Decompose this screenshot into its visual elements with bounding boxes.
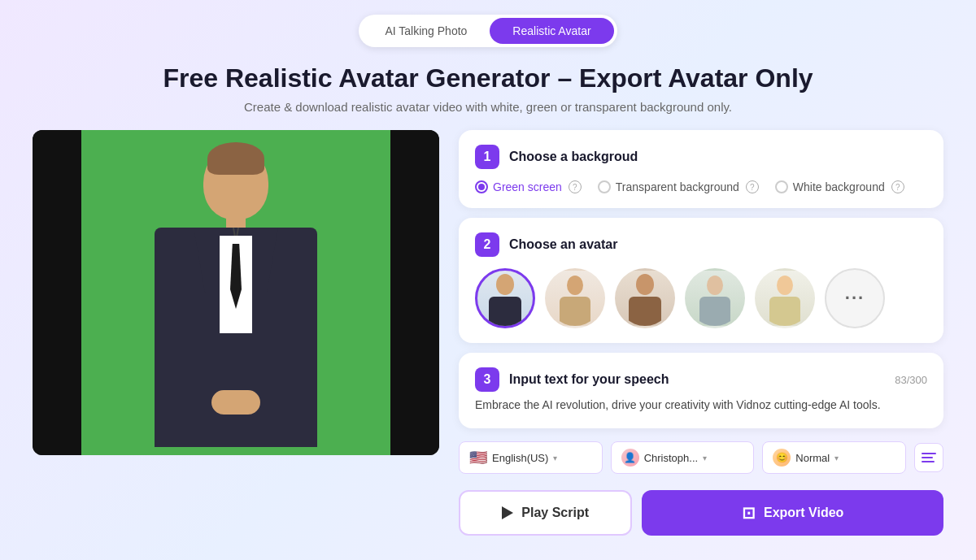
step2-title: Choose an avatar	[509, 237, 617, 252]
step2-card: 2 Choose an avatar	[459, 218, 943, 343]
voice-chevron: ▾	[703, 454, 707, 462]
voice-name-label: Christoph...	[644, 452, 698, 464]
radio-white	[775, 180, 788, 193]
speech-text: Embrace the AI revolution, drive your cr…	[475, 397, 927, 414]
hero-section: Free Realistic Avatar Generator – Export…	[0, 55, 976, 130]
action-buttons: Play Script ⊡ Export Video	[459, 490, 943, 536]
avatar-option-4[interactable]	[685, 268, 745, 328]
avatar-option-3[interactable]	[615, 268, 675, 328]
export-icon: ⊡	[742, 503, 756, 523]
step3-title: Input text for your speech	[509, 372, 669, 387]
menu-line-2	[922, 457, 933, 458]
menu-line-1	[922, 453, 936, 454]
speed-chevron: ▾	[834, 454, 839, 462]
avatar-hair	[207, 142, 264, 175]
export-video-button[interactable]: ⊡ Export Video	[642, 490, 943, 536]
bg-option-white[interactable]: White background ?	[775, 180, 904, 193]
play-icon	[502, 506, 513, 519]
speed-dropdown[interactable]: 😊 Normal ▾	[762, 441, 906, 474]
bg-option-green[interactable]: Green screen ?	[475, 180, 582, 193]
char-count: 83/300	[895, 374, 927, 386]
main-content: 1 Choose a backgroud Green screen ? Tran…	[0, 130, 976, 536]
step1-card: 1 Choose a backgroud Green screen ? Tran…	[459, 130, 943, 208]
language-dropdown[interactable]: 🇺🇸 English(US) ▾	[459, 441, 603, 474]
avatar-preview	[138, 146, 333, 455]
avatar-hands	[211, 390, 260, 415]
voice-dropdown[interactable]: 👤 Christoph... ▾	[611, 441, 755, 474]
avatar-head	[203, 146, 268, 219]
speed-label: Normal	[795, 452, 830, 464]
step1-header: 1 Choose a backgroud	[475, 145, 927, 169]
step3-card: 3 Input text for your speech 83/300 Embr…	[459, 353, 943, 428]
avatar-shirt	[220, 236, 252, 333]
bg-transparent-label: Transparent background	[616, 180, 739, 193]
right-panel: 1 Choose a backgroud Green screen ? Tran…	[459, 130, 943, 536]
menu-line-3	[922, 461, 935, 462]
step1-title: Choose a backgroud	[509, 150, 638, 164]
step3-badge: 3	[475, 367, 499, 392]
black-left-bar	[33, 130, 81, 455]
speed-icon: 😊	[773, 449, 791, 467]
play-script-button[interactable]: Play Script	[459, 490, 632, 536]
avatar-option-2[interactable]	[545, 268, 605, 328]
step3-header: 3 Input text for your speech 83/300	[475, 367, 927, 392]
top-navigation: AI Talking Photo Realistic Avatar	[0, 0, 976, 55]
avatar-option-5[interactable]	[755, 268, 815, 328]
flag-icon: 🇺🇸	[469, 449, 487, 467]
video-preview	[33, 130, 439, 455]
more-dots-label: ···	[845, 288, 865, 309]
language-chevron: ▾	[553, 454, 557, 462]
step1-badge: 1	[475, 145, 499, 169]
menu-lines-button[interactable]	[914, 443, 943, 472]
radio-transparent	[598, 180, 611, 193]
avatar-tie	[230, 244, 242, 309]
page-title: Free Realistic Avatar Generator – Export…	[0, 63, 976, 93]
avatar-suit	[155, 228, 317, 447]
tab-switcher: AI Talking Photo Realistic Avatar	[359, 15, 617, 47]
hero-subtitle: Create & download realistic avatar video…	[0, 100, 976, 114]
step2-header: 2 Choose an avatar	[475, 232, 927, 257]
tab-realistic-avatar[interactable]: Realistic Avatar	[490, 18, 613, 44]
radio-green	[475, 180, 488, 193]
bg-green-label: Green screen	[493, 180, 562, 193]
export-label: Export Video	[764, 506, 843, 520]
black-right-bar	[390, 130, 439, 455]
bottom-controls: 🇺🇸 English(US) ▾ 👤 Christoph... ▾ 😊 Norm…	[459, 441, 943, 474]
play-script-label: Play Script	[521, 506, 589, 520]
background-options: Green screen ? Transparent background ? …	[475, 180, 927, 193]
avatar-list: ···	[475, 268, 927, 328]
avatar-more-button[interactable]: ···	[825, 268, 885, 328]
avatar-option-1[interactable]	[475, 268, 535, 328]
step2-badge: 2	[475, 232, 499, 257]
help-icon-transparent[interactable]: ?	[746, 180, 759, 193]
tab-ai-talking-photo[interactable]: AI Talking Photo	[362, 18, 490, 44]
bg-option-transparent[interactable]: Transparent background ?	[598, 180, 759, 193]
language-label: English(US)	[492, 452, 548, 464]
menu-lines-icon	[922, 453, 936, 462]
bg-white-label: White background	[793, 180, 885, 193]
help-icon-white[interactable]: ?	[891, 180, 904, 193]
voice-avatar: 👤	[621, 449, 639, 467]
help-icon-green[interactable]: ?	[569, 180, 582, 193]
